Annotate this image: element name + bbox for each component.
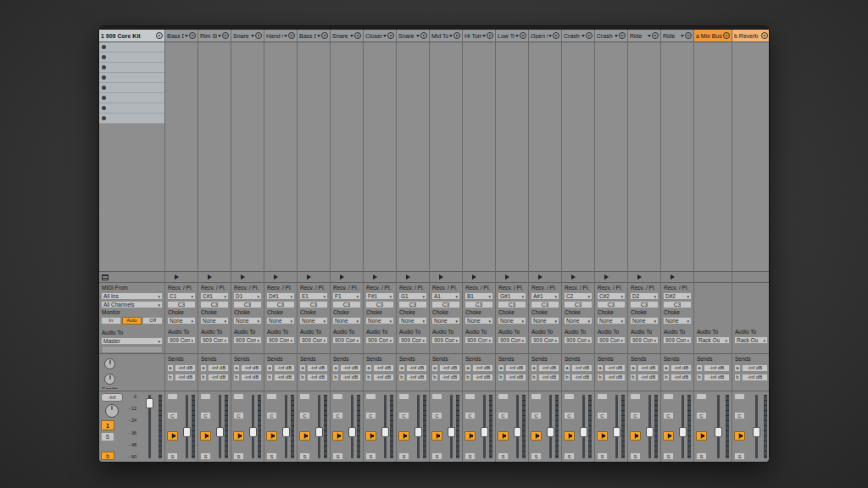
volume-display[interactable] (531, 393, 542, 400)
play-key-box[interactable]: C3 (233, 301, 262, 308)
choke-dropdown[interactable]: None (597, 317, 626, 324)
preview-play-icon[interactable] (420, 32, 427, 39)
choke-dropdown[interactable]: None (630, 317, 659, 324)
choke-dropdown[interactable]: None (498, 317, 526, 324)
clip-slot[interactable] (99, 83, 164, 93)
audio-to-dropdown[interactable]: 909 Con (663, 336, 692, 344)
audio-to-dropdown[interactable]: 909 Con (531, 336, 559, 344)
chevron-down-icon[interactable] (615, 35, 618, 37)
send-a-amount[interactable]: -inf dB (637, 364, 659, 372)
send-b-amount[interactable]: -inf dB (406, 374, 427, 381)
pan-display[interactable]: C (200, 412, 211, 419)
send-a-amount[interactable]: -inf dB (505, 364, 526, 372)
audio-to-dropdown[interactable]: 909 Con (332, 336, 361, 344)
chain-activator-button[interactable] (200, 431, 211, 441)
preview-play-icon[interactable] (321, 32, 328, 39)
preview-play-icon[interactable] (156, 32, 163, 39)
chevron-down-icon[interactable] (449, 35, 453, 37)
monitor-off-button[interactable]: Off (142, 317, 163, 324)
volume-fader-handle[interactable] (679, 427, 687, 437)
volume-display[interactable]: -Inf (101, 393, 123, 402)
volume-display[interactable] (365, 393, 376, 400)
send-b-amount[interactable]: -inf dB (208, 374, 229, 381)
send-a-amount[interactable]: -inf dB (208, 364, 229, 372)
receive-note-dropdown[interactable]: C#1 (200, 292, 229, 300)
preview-play-icon[interactable] (586, 32, 593, 39)
pan-knob[interactable] (105, 404, 119, 418)
play-key-box[interactable]: C3 (200, 301, 229, 308)
volume-display[interactable] (465, 393, 476, 400)
chevron-down-icon[interactable] (317, 35, 320, 37)
clip-slot[interactable] (99, 93, 164, 103)
volume-fader-handle[interactable] (146, 398, 153, 408)
choke-dropdown[interactable]: None (365, 317, 394, 324)
volume-display[interactable] (200, 393, 211, 400)
send-b-amount[interactable]: -inf dB (274, 374, 295, 381)
choke-dropdown[interactable]: None (564, 317, 593, 324)
play-key-box[interactable]: C3 (531, 301, 559, 308)
chevron-down-icon[interactable] (383, 35, 387, 37)
send-a-amount[interactable]: -inf dB (439, 364, 460, 372)
send-b-amount[interactable]: -inf dB (538, 374, 559, 381)
send-a-amount[interactable]: -inf dB (373, 364, 394, 372)
pan-display[interactable]: C (696, 412, 707, 419)
send-b-amount[interactable]: -inf dB (340, 374, 361, 381)
play-key-box[interactable]: C3 (465, 301, 493, 308)
chain-activator-button[interactable] (597, 431, 608, 441)
volume-fader-handle[interactable] (381, 427, 389, 437)
send-b-amount[interactable]: -inf dB (670, 374, 692, 381)
chain-activator-button[interactable] (564, 431, 575, 441)
solo-button[interactable]: S (663, 452, 674, 460)
audio-to-dropdown[interactable]: 909 Con (266, 336, 295, 344)
preview-play-icon[interactable] (222, 32, 229, 39)
audio-to-sub-routing-box[interactable] (101, 346, 163, 353)
chain-track-header[interactable]: Ride (661, 30, 693, 42)
volume-fader-handle[interactable] (646, 427, 654, 437)
preview-play-icon[interactable] (520, 32, 526, 39)
receive-note-dropdown[interactable]: D2 (630, 292, 659, 300)
chain-activator-button[interactable] (299, 431, 310, 441)
clip-stop-button[interactable] (102, 55, 106, 59)
track-activator-button[interactable] (734, 431, 745, 441)
solo-button[interactable]: S (696, 452, 707, 460)
chain-track-header[interactable]: Closed (364, 30, 396, 42)
send-a-amount[interactable]: -inf dB (406, 364, 427, 372)
clip-slot[interactable] (99, 73, 164, 83)
send-b-amount[interactable]: -inf dB (307, 374, 328, 381)
preview-play-icon[interactable] (652, 32, 659, 39)
volume-display[interactable] (663, 393, 674, 400)
volume-fader-handle[interactable] (415, 427, 422, 437)
chain-activator-button[interactable] (498, 431, 509, 441)
solo-button[interactable]: S (398, 452, 409, 460)
clip-stop-button[interactable] (102, 116, 106, 120)
monitor-in-button[interactable]: In (101, 317, 121, 324)
volume-display[interactable] (299, 393, 310, 400)
send-b-amount[interactable]: -inf dB (439, 374, 460, 381)
chevron-down-icon[interactable] (251, 35, 254, 37)
midi-channel-dropdown[interactable]: All Channels (101, 301, 163, 308)
volume-display[interactable] (597, 393, 608, 400)
volume-display[interactable] (266, 393, 277, 400)
audio-to-dropdown[interactable]: 909 Con (167, 336, 196, 344)
pan-display[interactable]: C (531, 412, 542, 419)
preview-play-icon[interactable] (685, 32, 692, 39)
play-key-box[interactable]: C3 (431, 301, 460, 308)
volume-fader-handle[interactable] (249, 427, 257, 437)
clip-slot[interactable] (99, 63, 164, 73)
clip-stop-button[interactable] (102, 106, 106, 110)
chain-activator-button[interactable] (398, 431, 409, 441)
pan-display[interactable]: C (167, 412, 178, 419)
pan-display[interactable]: C (431, 412, 442, 419)
chevron-down-icon[interactable] (548, 35, 552, 37)
send-b-amount[interactable]: -inf dB (571, 374, 593, 381)
solo-button[interactable]: S (498, 452, 509, 460)
send-a-amount[interactable]: -inf dB (604, 364, 626, 372)
audio-to-dropdown[interactable]: 909 Con (299, 336, 328, 344)
send-b-amount[interactable]: -inf dB (472, 374, 493, 381)
pan-display[interactable]: C (498, 412, 509, 419)
crossfade-assign-button[interactable]: b (101, 452, 114, 460)
receive-note-dropdown[interactable]: F#1 (365, 292, 394, 300)
chain-activator-button[interactable] (663, 431, 674, 441)
chain-activator-button[interactable] (266, 431, 277, 441)
send-a-amount[interactable]: -inf dB (274, 364, 295, 372)
